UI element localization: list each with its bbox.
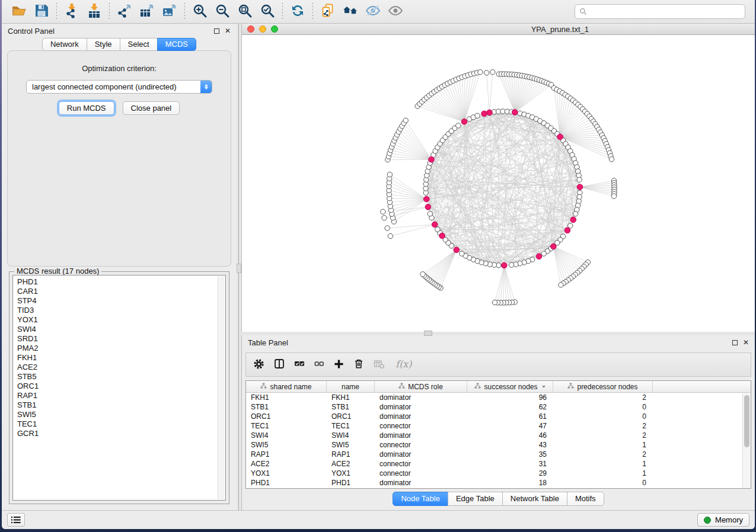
function-builder-button[interactable]: f(x) [394, 358, 413, 371]
cell-successor-nodes[interactable]: 43 [467, 440, 553, 450]
cell-shared-name[interactable]: ACE2 [246, 459, 327, 469]
cell-successor-nodes[interactable]: 18 [467, 478, 553, 488]
delete-column-button[interactable] [353, 358, 364, 371]
cell-mcds-role[interactable]: dominator [375, 402, 467, 412]
cell-shared-name[interactable]: PHD1 [246, 478, 327, 488]
table-row[interactable]: SWI5SWI5connector431 [246, 440, 751, 450]
cell-predecessor-nodes[interactable]: 1 [553, 440, 653, 450]
vertical-splitter[interactable] [237, 24, 241, 510]
mcds-result-item[interactable]: RAP1 [17, 391, 225, 400]
mcds-result-item[interactable]: SRD1 [17, 334, 225, 344]
mcds-node[interactable] [429, 157, 435, 163]
mcds-result-item[interactable]: CAR1 [17, 287, 225, 296]
network-node[interactable] [490, 70, 495, 75]
table-row[interactable]: SWI4SWI4dominator462 [246, 431, 751, 440]
mcds-result-item[interactable]: ACE2 [17, 363, 225, 372]
hide-selected-button[interactable] [362, 2, 384, 21]
cell-predecessor-nodes[interactable]: 2 [553, 393, 653, 402]
table-tab-node-table[interactable]: Node Table [393, 492, 448, 506]
cell-mcds-role[interactable]: connector [375, 469, 467, 478]
cell-successor-nodes[interactable]: 62 [467, 402, 553, 412]
mcds-result-item[interactable]: FKH1 [17, 353, 225, 363]
cell-predecessor-nodes[interactable]: 0 [553, 412, 653, 421]
network-node[interactable] [611, 194, 616, 198]
export-network-button[interactable] [113, 2, 136, 21]
zoom-fit-button[interactable] [234, 2, 256, 21]
run-mcds-button[interactable]: Run MCDS [59, 101, 114, 115]
refresh-layout-button[interactable] [286, 2, 309, 21]
cell-name[interactable]: ORC1 [327, 412, 375, 421]
zoom-in-button[interactable] [189, 2, 211, 21]
cell-mcds-role[interactable]: connector [375, 421, 467, 431]
search-box[interactable] [575, 4, 745, 19]
cell-predecessor-nodes[interactable]: 0 [553, 402, 653, 412]
export-table-button[interactable] [136, 2, 158, 21]
clone-network-button[interactable] [317, 2, 339, 21]
mcds-node[interactable] [424, 196, 430, 202]
mcds-node[interactable] [570, 217, 576, 223]
network-node[interactable] [509, 262, 513, 267]
mcds-node[interactable] [487, 110, 493, 116]
network-titlebar[interactable]: YPA_prune.txt_1 [242, 24, 755, 35]
cell-successor-nodes[interactable]: 96 [467, 393, 553, 402]
network-node[interactable] [385, 226, 390, 230]
mcds-node[interactable] [461, 119, 467, 125]
mcds-node[interactable] [481, 111, 487, 117]
cell-predecessor-nodes[interactable]: 0 [553, 478, 653, 488]
mcds-node[interactable] [512, 110, 518, 116]
network-node[interactable] [559, 283, 563, 287]
network-node[interactable] [456, 123, 461, 128]
mcds-result-item[interactable]: STB1 [17, 400, 225, 410]
horizontal-splitter[interactable] [241, 332, 755, 335]
import-table-button[interactable] [83, 2, 106, 21]
search-input[interactable] [590, 8, 741, 16]
mcds-result-item[interactable]: YOX1 [17, 315, 225, 325]
import-network-button[interactable] [60, 2, 83, 21]
network-node[interactable] [478, 70, 483, 75]
close-panel-icon[interactable]: ✕ [225, 27, 231, 34]
cell-successor-nodes[interactable]: 31 [467, 459, 553, 469]
cell-name[interactable]: RAP1 [327, 450, 375, 459]
cell-shared-name[interactable]: FKH1 [246, 393, 327, 402]
cell-name[interactable]: TEC1 [327, 421, 375, 431]
column-header-successor-nodes[interactable]: successor nodes [467, 381, 553, 392]
mcds-result-item[interactable]: ORC1 [17, 382, 225, 391]
cell-name[interactable]: SWI5 [327, 440, 375, 450]
cell-name[interactable]: FKH1 [327, 393, 375, 402]
cell-mcds-role[interactable]: dominator [375, 431, 467, 440]
network-node[interactable] [382, 216, 387, 220]
network-node[interactable] [484, 70, 489, 75]
mcds-node[interactable] [564, 227, 570, 233]
cell-mcds-role[interactable]: dominator [375, 393, 467, 402]
network-node[interactable] [420, 272, 425, 277]
network-node[interactable] [577, 177, 582, 182]
cell-predecessor-nodes[interactable]: 1 [553, 469, 653, 478]
table-row[interactable]: RAP1RAP1dominator352 [246, 450, 751, 459]
cell-successor-nodes[interactable]: 35 [467, 450, 553, 459]
cell-mcds-role[interactable]: connector [375, 459, 467, 469]
table-row[interactable]: FKH1FKH1dominator962 [246, 393, 751, 402]
deselect-all-rows-button[interactable] [314, 359, 324, 371]
splitter-grip[interactable] [237, 264, 241, 273]
cell-shared-name[interactable]: TEC1 [246, 421, 327, 431]
cell-shared-name[interactable]: SWI4 [246, 431, 327, 440]
tab-network[interactable]: Network [42, 38, 87, 51]
show-all-button[interactable] [384, 2, 407, 21]
table-tab-network-table[interactable]: Network Table [502, 492, 567, 506]
mcds-result-item[interactable]: TEC1 [17, 419, 225, 429]
table-row[interactable]: TEC1TEC1connector472 [246, 421, 751, 431]
table-row[interactable]: STB1STB1dominator620 [246, 402, 751, 412]
cell-mcds-role[interactable]: dominator [375, 412, 467, 421]
network-node[interactable] [492, 300, 497, 305]
network-node[interactable] [541, 251, 546, 256]
zoom-selected-button[interactable] [256, 2, 279, 21]
cell-successor-nodes[interactable]: 29 [467, 469, 553, 478]
cell-name[interactable]: SWI4 [327, 431, 375, 440]
cell-name[interactable]: STB1 [327, 402, 375, 412]
cell-successor-nodes[interactable]: 47 [467, 421, 553, 431]
mcds-result-scrollbar[interactable] [218, 276, 225, 499]
cell-shared-name[interactable]: SWI5 [246, 440, 327, 450]
mcds-result-item[interactable]: SWI4 [17, 325, 225, 334]
window-close-traffic-light[interactable] [247, 25, 254, 33]
select-all-rows-button[interactable] [294, 358, 305, 371]
